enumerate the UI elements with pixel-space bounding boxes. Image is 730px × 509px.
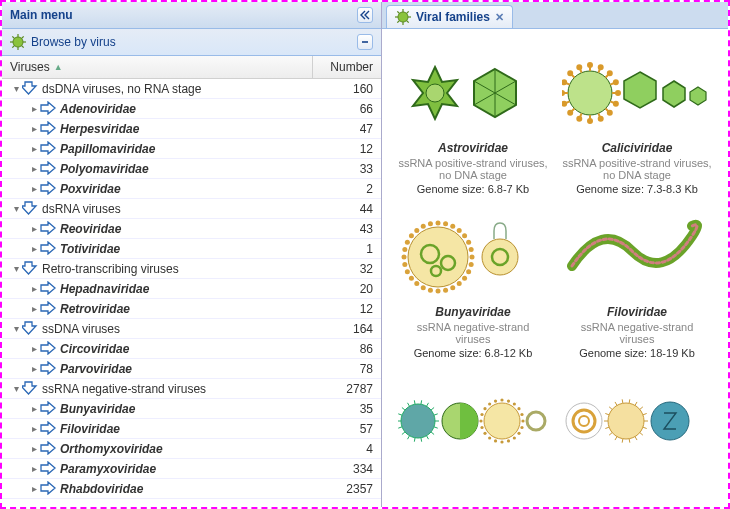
expander-closed-icon[interactable]: ▸ [28, 183, 40, 195]
tree-row[interactable]: ▾ssRNA negative-strand viruses2787 [2, 379, 381, 399]
tree-row[interactable]: ▸Adenoviridae66 [2, 99, 381, 119]
svg-line-141 [635, 437, 637, 440]
tree-row[interactable]: ▸Orthomyxoviridae4 [2, 439, 381, 459]
tree-row[interactable]: ▾Retro-transcribing viruses32 [2, 259, 381, 279]
expander-closed-icon[interactable]: ▸ [28, 143, 40, 155]
svg-point-77 [414, 228, 419, 233]
virus-tree[interactable]: ▾dsDNA viruses, no RNA stage160▸Adenovir… [2, 79, 381, 507]
tree-row[interactable]: ▸Papillomaviridae12 [2, 139, 381, 159]
family-illustration [562, 381, 712, 461]
svg-line-101 [398, 427, 402, 428]
expander-open-icon[interactable]: ▾ [10, 83, 22, 95]
expander-open-icon[interactable]: ▾ [10, 383, 22, 395]
tree-row[interactable]: ▾ssDNA viruses164 [2, 319, 381, 339]
tree-label: ssDNA viruses [42, 322, 120, 336]
svg-line-7 [22, 36, 24, 38]
column-number[interactable]: Number [313, 56, 381, 78]
tree-label: Rhabdoviridae [60, 482, 143, 496]
tree-row[interactable]: ▸Poxviridae2 [2, 179, 381, 199]
svg-point-129 [507, 399, 510, 402]
tree-row[interactable]: ▸Bunyaviridae35 [2, 399, 381, 419]
tree-count: 20 [313, 282, 381, 296]
expander-closed-icon[interactable]: ▸ [28, 223, 40, 235]
tree-row[interactable]: ▸Parvoviridae78 [2, 359, 381, 379]
minimize-button[interactable] [357, 34, 373, 50]
expander-closed-icon[interactable]: ▸ [28, 303, 40, 315]
expander-closed-icon[interactable]: ▸ [28, 483, 40, 495]
svg-line-145 [609, 433, 612, 436]
tree-label: Poxviridae [60, 182, 121, 196]
expander-closed-icon[interactable]: ▸ [28, 423, 40, 435]
column-viruses[interactable]: Viruses ▲ [2, 56, 313, 78]
expander-open-icon[interactable]: ▾ [10, 263, 22, 275]
svg-line-103 [398, 414, 402, 415]
svg-line-95 [431, 432, 434, 435]
group-arrow-icon [22, 81, 38, 97]
svg-point-127 [494, 399, 497, 402]
svg-point-130 [513, 402, 516, 405]
family-card[interactable]: BunyaviridaessRNA negative-strand viruse… [394, 213, 552, 367]
svg-marker-56 [663, 81, 685, 107]
family-arrow-icon [40, 221, 56, 237]
family-illustration [562, 53, 712, 133]
svg-point-42 [562, 80, 566, 84]
svg-line-108 [427, 403, 429, 406]
expander-closed-icon[interactable]: ▸ [28, 403, 40, 415]
tree-row[interactable]: ▸Circoviridae86 [2, 339, 381, 359]
svg-point-40 [562, 91, 564, 95]
expander-closed-icon[interactable]: ▸ [28, 343, 40, 355]
family-title: Astroviridae [398, 141, 548, 155]
tree-row[interactable]: ▸Reoviridae43 [2, 219, 381, 239]
card-area[interactable]: AstroviridaessRNA positive-strand viruse… [382, 29, 728, 507]
family-card[interactable] [394, 377, 552, 477]
expander-closed-icon[interactable]: ▸ [28, 363, 40, 375]
tree-row[interactable]: ▸Polyomaviridae33 [2, 159, 381, 179]
tree-row[interactable]: ▾dsDNA viruses, no RNA stage160 [2, 79, 381, 99]
tree-row[interactable]: ▾dsRNA viruses44 [2, 199, 381, 219]
family-genome-size: Genome size: 6.8-12 Kb [398, 347, 548, 359]
tree-row[interactable]: ▸Rhabdoviridae2357 [2, 479, 381, 499]
expander-closed-icon[interactable]: ▸ [28, 163, 40, 175]
svg-point-36 [568, 111, 572, 115]
expander-closed-icon[interactable]: ▸ [28, 463, 40, 475]
svg-line-98 [414, 438, 415, 442]
tree-row[interactable]: ▸Paramyxoviridae334 [2, 459, 381, 479]
family-arrow-icon [40, 101, 56, 117]
tree-row[interactable]: ▸Filoviridae57 [2, 419, 381, 439]
family-card[interactable]: CaliciviridaessRNA positive-strand virus… [558, 49, 716, 203]
collapse-left-button[interactable] [357, 7, 373, 23]
family-card[interactable] [558, 377, 716, 477]
svg-marker-55 [624, 72, 656, 108]
group-arrow-icon [22, 381, 38, 397]
family-card[interactable]: AstroviridaessRNA positive-strand viruse… [394, 49, 552, 203]
tree-count: 334 [313, 462, 381, 476]
expander-closed-icon[interactable]: ▸ [28, 243, 40, 255]
expander-closed-icon[interactable]: ▸ [28, 103, 40, 115]
close-tab-button[interactable]: ✕ [495, 11, 504, 24]
tab-viral-families[interactable]: Viral families ✕ [386, 5, 513, 28]
svg-point-22 [568, 71, 612, 115]
tree-row[interactable]: ▸Totiviridae1 [2, 239, 381, 259]
group-arrow-icon [22, 321, 38, 337]
svg-point-132 [520, 413, 523, 416]
expander-open-icon[interactable]: ▾ [10, 203, 22, 215]
tree-row[interactable]: ▸Hepadnaviridae20 [2, 279, 381, 299]
svg-line-100 [402, 432, 405, 435]
browse-by-virus-header[interactable]: Browse by virus [2, 29, 381, 56]
group-arrow-icon [22, 201, 38, 217]
tree-label: Orthomyxoviridae [60, 442, 163, 456]
expander-closed-icon[interactable]: ▸ [28, 283, 40, 295]
virus-icon [10, 34, 26, 50]
svg-point-116 [513, 436, 516, 439]
tree-row[interactable]: ▸Herpesviridae47 [2, 119, 381, 139]
tree-row[interactable]: ▸Retroviridae12 [2, 299, 381, 319]
expander-closed-icon[interactable]: ▸ [28, 123, 40, 135]
family-card[interactable]: FiloviridaessRNA negative-strand viruses… [558, 213, 716, 367]
svg-point-68 [421, 285, 426, 290]
svg-point-54 [614, 80, 618, 84]
expander-closed-icon[interactable]: ▸ [28, 443, 40, 455]
tree-count: 78 [313, 362, 381, 376]
expander-open-icon[interactable]: ▾ [10, 323, 22, 335]
right-panel: Viral families ✕ AstroviridaessRNA posit… [382, 2, 728, 507]
tree-label: Adenoviridae [60, 102, 136, 116]
